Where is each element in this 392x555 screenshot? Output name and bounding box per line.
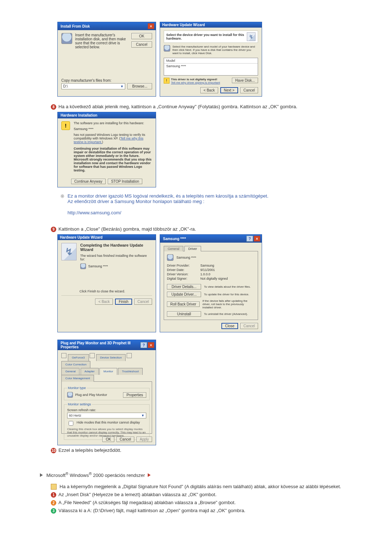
ok-button[interactable]: OK <box>102 437 114 442</box>
nvidia-icon <box>90 353 95 358</box>
monitor-type-value: Plug and Play Monitor <box>75 393 121 397</box>
refresh-select[interactable]: 60 Hertz ▼ <box>67 413 146 418</box>
tab-color-management[interactable]: Color Management <box>61 375 94 382</box>
step-9-text: Kattintson a „Close" (Bezárás) gombra, m… <box>58 226 196 232</box>
tab-troubleshoot[interactable]: Troubleshoot <box>118 368 143 375</box>
uninstall-button[interactable]: Uninstall <box>167 311 201 317</box>
chevron-down-icon[interactable]: ▼ <box>141 414 144 417</box>
tab-color-correction[interactable]: Color Correction <box>61 361 90 368</box>
help-icon[interactable]: ? <box>246 236 253 242</box>
cancel-button[interactable]: Cancel <box>117 437 134 442</box>
bullet-1: 1 <box>51 492 56 498</box>
w2k-step3: Válassza ki a A: (D:\Driver) fájlt, majd… <box>58 508 245 513</box>
complete-wizard-dialog: Hardware Update Wizard ↯ Completing the … <box>57 234 156 332</box>
device-icon <box>80 263 86 269</box>
update-driver-button[interactable]: Update Driver... <box>167 292 201 297</box>
note-line1: Ez a monitor driver igazoló MS logóval r… <box>68 193 269 199</box>
complete-device: Samsung **** <box>88 264 108 268</box>
dialog-title: Install From Disk <box>61 24 90 28</box>
dialog-title: Samsung **** <box>163 237 186 241</box>
wizard-icon: ↯ <box>61 243 77 260</box>
tab-monitor[interactable]: Monitor <box>99 368 117 375</box>
copy-from-label: Copy manufacturer's files from: <box>61 78 152 82</box>
dialog-title: Plug and Play Monitor and 3D Prophet III… <box>61 341 140 349</box>
driver-properties-dialog: Samsung **** ? × General Driver Samsung … <box>160 234 262 332</box>
close-icon[interactable]: × <box>148 342 154 348</box>
continue-anyway-button[interactable]: Continue Anyway <box>71 179 106 184</box>
device-icon <box>167 254 173 261</box>
w2k-step1: Az „Insert Disk" (Helyezze be a lemezt) … <box>58 492 217 497</box>
floppy-icon <box>61 33 72 44</box>
hardware-update-wizard-select: Hardware Update Wizard Select the device… <box>160 22 262 97</box>
dialog-title: Hardware Installation <box>61 113 97 117</box>
help-icon[interactable]: ? <box>140 342 147 348</box>
path-input[interactable]: D:\ ▼ <box>61 83 125 89</box>
hwi-line2: Samsung **** <box>74 127 152 131</box>
cancel-button[interactable]: Cancel <box>131 41 152 48</box>
refresh-label: Screen refresh rate: <box>67 408 146 412</box>
monitor-type-legend: Monitor type <box>67 386 87 390</box>
instruction-text: Insert the manufacturer's installation d… <box>75 33 128 49</box>
monitor-settings-legend: Monitor settings <box>67 402 92 406</box>
properties-button[interactable]: Properties <box>123 392 146 398</box>
warning-icon: ! <box>164 78 170 84</box>
samsung-url[interactable]: http://www.samsung.com/ <box>68 210 121 215</box>
dialog-title: Hardware Update Wizard <box>60 235 103 239</box>
nvidia-icon <box>127 353 132 358</box>
apply-button: Apply <box>136 437 152 442</box>
wizard-icon: ↯ <box>247 32 256 41</box>
win2000-header: Microsoft® Windows® 2000 operációs rends… <box>46 473 145 478</box>
info-icon <box>51 484 57 490</box>
note-line2: Az ellenőrzött driver a Samsung Monitor … <box>68 199 269 204</box>
rollback-driver-button[interactable]: Roll Back Driver <box>167 301 200 307</box>
have-disk-button[interactable]: Have Disk... <box>232 78 258 83</box>
tab-device-selection[interactable]: Device Selection <box>96 354 126 361</box>
bullet-10: 10 <box>51 448 56 453</box>
monitor-icon <box>67 392 73 398</box>
step-10-text: Ezzel a telepítés befejeződött. <box>58 447 121 453</box>
close-icon[interactable]: × <box>148 23 154 29</box>
tab-geforce[interactable]: GeForce3 <box>68 354 89 361</box>
next-button[interactable]: Next > <box>220 87 238 93</box>
complete-line1: The wizard has finished installing the s… <box>80 254 152 261</box>
dialog-title: Hardware Update Wizard <box>162 23 205 27</box>
ok-button[interactable]: OK <box>131 33 152 39</box>
bullet-9: 9 <box>51 227 56 232</box>
section-arrow-icon <box>40 473 43 477</box>
tell-me-link[interactable]: Tell me why driver signing is important <box>171 81 220 84</box>
bullet-3: 3 <box>51 508 56 514</box>
hwi-bold: Continuing your installation of this sof… <box>74 147 152 172</box>
cancel-button: Cancel <box>134 299 152 305</box>
chevron-down-icon[interactable]: ▼ <box>120 85 123 88</box>
model-value[interactable]: Samsung **** <box>164 64 258 75</box>
wizard-desc: Select the manufacturer and model of you… <box>172 45 258 55</box>
monitor-properties-dialog: Plug and Play Monitor and 3D Prophet III… <box>57 340 156 445</box>
tab-driver[interactable]: Driver <box>184 246 201 251</box>
floppy-icon <box>164 45 170 52</box>
browse-button[interactable]: Browse... <box>127 83 152 89</box>
finish-button[interactable]: Finish <box>115 299 132 305</box>
finish-hint: Click Finish to close the wizard. <box>61 289 152 293</box>
warning-icon: ! <box>61 121 70 130</box>
hardware-installation-dialog: Hardware Installation ! The software you… <box>57 112 156 187</box>
wizard-heading: Select the device driver you want to ins… <box>166 33 245 40</box>
bullet-8: 8 <box>51 104 56 110</box>
hide-modes-label: Hide modes that this monitor cannot disp… <box>77 421 140 424</box>
red-arrow-icon <box>148 473 151 477</box>
tab-adapter[interactable]: Adapter <box>81 368 99 375</box>
cancel-button[interactable]: Cancel <box>240 87 258 93</box>
step-8-text: Ha a következő ablak jelenik meg, kattin… <box>58 104 297 109</box>
hide-modes-checkbox[interactable] <box>69 421 73 426</box>
driver-details-button[interactable]: Driver Details... <box>167 284 201 289</box>
win2000-intro: Ha a képernyőn megjelenik a „Digital Sig… <box>60 484 341 489</box>
close-icon[interactable]: × <box>254 236 260 242</box>
back-button[interactable]: < Back <box>200 87 218 93</box>
tab-general[interactable]: General <box>164 246 183 251</box>
cancel-button: Cancel <box>240 323 258 329</box>
tab-general[interactable]: General <box>61 368 79 375</box>
stop-installation-button[interactable]: STOP Installation <box>108 179 142 184</box>
hwi-line3: has not passed Windows Logo testing to v… <box>74 133 152 144</box>
back-button: < Back <box>95 299 113 305</box>
close-button[interactable]: Close <box>221 323 238 329</box>
device-name: Samsung **** <box>176 256 196 259</box>
